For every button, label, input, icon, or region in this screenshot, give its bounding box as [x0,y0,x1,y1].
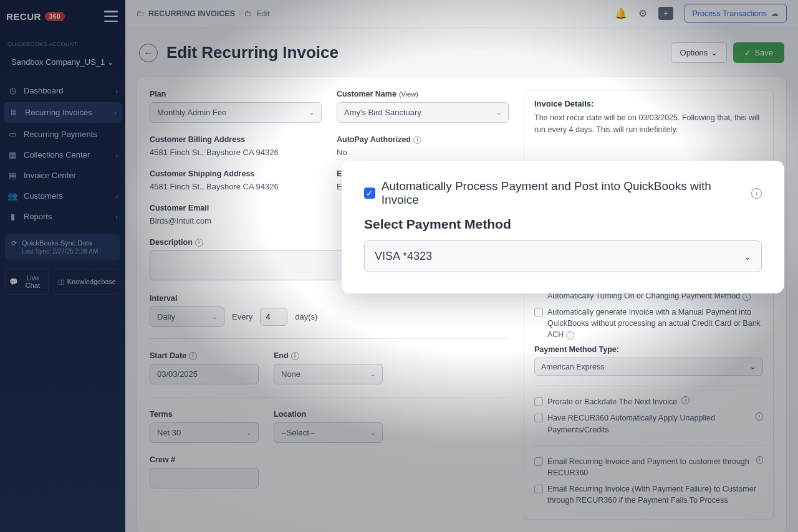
info-icon[interactable]: i [681,396,690,404]
save-button[interactable]: ✓Save [733,42,784,63]
live-chat-button[interactable]: 💬Live Chat [5,268,49,295]
nav-recurring-payments[interactable]: ▭Recurring Payments [0,124,125,145]
end-value: None [281,369,300,379]
chart-icon: ▮ [7,212,17,221]
end-select[interactable]: None⌄ [274,364,383,384]
view-link[interactable]: (View) [399,90,418,98]
nav-label: Recurring Payments [24,130,97,139]
label: Email Recurring Invoice (With Payment Fa… [547,483,763,506]
crew-input[interactable] [150,468,259,488]
sync-status[interactable]: ⟳ QuickBooks Sync Data Last Sync: 2/27/2… [5,234,120,260]
interval-select[interactable]: Daily⌄ [150,306,224,327]
invoice-details-panel: Invoice Details: The next recur date wil… [524,90,774,520]
customer-select[interactable]: Amy's Bird Sanctuary⌄ [337,102,509,123]
location-select[interactable]: --Select--⌄ [274,422,383,443]
checkbox[interactable] [534,397,543,406]
chevron-right-icon: › [115,151,118,159]
chevron-right-icon: › [115,213,118,221]
manual-checkbox-row[interactable]: Automatically generate Invoice with a Ma… [534,306,763,340]
card-icon: ▭ [7,130,17,139]
dashboard-icon: ◷ [7,86,17,95]
sync-sub: Last Sync: 2/27/25 2:39 AM [22,248,98,255]
label: Automatically generate Invoice with a Ma… [547,308,761,339]
divider [534,445,763,446]
sync-icon: ⟳ [11,239,17,247]
options-button[interactable]: Options⌄ [671,42,728,63]
process-transactions-button[interactable]: Process Transactions☁ [685,4,787,23]
info-icon[interactable]: i [291,352,299,360]
interval-label: Interval [150,294,509,303]
invoice-details-title: Invoice Details: [534,99,763,108]
chevron-right-icon: › [115,87,118,95]
breadcrumb: 🗀 RECURRING INVOICES › 🗀 Edit [137,9,270,18]
breadcrumb-root[interactable]: RECURRING INVOICES [148,9,235,18]
prorate-checkbox-row[interactable]: Prorate or Backdate The Next Invoice i [534,396,763,407]
help-label: Knowledgebase [67,278,116,285]
info-icon[interactable]: i [413,136,421,144]
folder-icon: 🗀 [137,9,145,18]
terms-select[interactable]: Net 30⌄ [150,422,259,443]
nav-recurring-invoices[interactable]: 🗎Recurring Invoices› [4,102,122,123]
every-label: Every [232,312,252,321]
start-date-input[interactable]: 03/03/2025 [150,364,259,384]
chevron-down-icon: ⌄ [309,109,314,116]
payment-method-select[interactable]: VISA *4323 ⌄ [364,240,762,272]
nav-customers[interactable]: 👥Customers› [0,186,125,206]
nav-label: Reports [24,212,52,221]
shipping-value: 4581 Finch St., Bayshore CA 94326 [150,182,322,191]
gear-icon[interactable]: ⚙ [638,7,647,19]
location-value: --Select-- [281,428,314,437]
label: Have RECUR360 Automatically Apply Unappl… [547,412,751,435]
info-icon[interactable]: i [566,331,574,340]
nav-invoice-center[interactable]: ▤Invoice Center [0,165,125,186]
chevron-down-icon: ⌄ [370,429,375,436]
sidebar: RECUR360 QUICKBOOKS ACCOUNT: Sandbox Com… [0,0,125,532]
app-logo[interactable]: RECUR360 [6,11,65,22]
every-n-input[interactable] [260,308,287,326]
pm-type-select[interactable]: American Express⌄ [534,358,763,376]
chevron-down-icon: ⌄ [212,313,217,320]
info-icon[interactable]: i [195,239,203,247]
nav-collections[interactable]: ▦Collections Center› [0,145,125,165]
info-icon[interactable]: i [756,456,763,464]
back-button[interactable]: ← [139,44,158,62]
info-icon[interactable]: i [743,293,751,301]
plan-select[interactable]: Monthly Admin Fee⌄ [150,102,322,123]
nav-reports[interactable]: ▮Reports› [0,206,125,227]
logo-row: RECUR360 [0,0,125,32]
auto-process-checkbox[interactable]: ✓ [364,188,375,199]
header-actions: Options⌄ ✓Save [671,42,784,63]
checkbox[interactable] [534,414,543,422]
invoice-center-icon: ▤ [7,171,17,180]
checkbox[interactable] [534,457,543,466]
plus-icon[interactable]: ＋ [658,7,673,20]
checkbox[interactable] [534,485,543,493]
plan-value: Monthly Admin Fee [157,108,226,117]
breadcrumb-leaf: Edit [256,9,270,18]
nav-dashboard[interactable]: ◷Dashboard› [0,80,125,101]
chevron-down-icon: ⌄ [107,57,114,67]
people-icon: 👥 [7,191,17,201]
apply-credits-checkbox-row[interactable]: Have RECUR360 Automatically Apply Unappl… [534,412,763,435]
knowledgebase-button[interactable]: ◫Knowledgebase [54,268,120,295]
highlight-popover: ✓ Automatically Process Payment and Post… [342,161,784,293]
info-icon[interactable]: i [756,412,763,420]
info-icon[interactable]: i [189,352,197,360]
form-card: Plan Monthly Admin Fee⌄ Customer Name (V… [137,77,787,532]
interval-value: Daily [157,312,175,321]
sync-title: QuickBooks Sync Data [22,239,98,247]
nav-label: Collections Center [24,150,90,159]
hamburger-icon[interactable] [104,11,118,22]
divider [150,338,509,339]
logo-text: RECUR [6,11,41,22]
qb-account-label: QUICKBOOKS ACCOUNT: [0,32,125,50]
chevron-down-icon: ⌄ [496,109,501,116]
form-left-column: Plan Monthly Admin Fee⌄ Customer Name (V… [150,90,509,520]
qb-account-select[interactable]: Sandbox Company_US_1 ⌄ [5,52,120,72]
cloud-icon: ☁ [771,9,779,18]
info-icon[interactable]: i [751,188,762,199]
checkbox[interactable] [534,308,543,316]
email-failure-checkbox-row[interactable]: Email Recurring Invoice (With Payment Fa… [534,483,763,506]
email-invoice-checkbox-row[interactable]: Email Recurring Invoice and Payment to c… [534,456,763,478]
bell-icon[interactable]: 🔔 [615,7,627,19]
